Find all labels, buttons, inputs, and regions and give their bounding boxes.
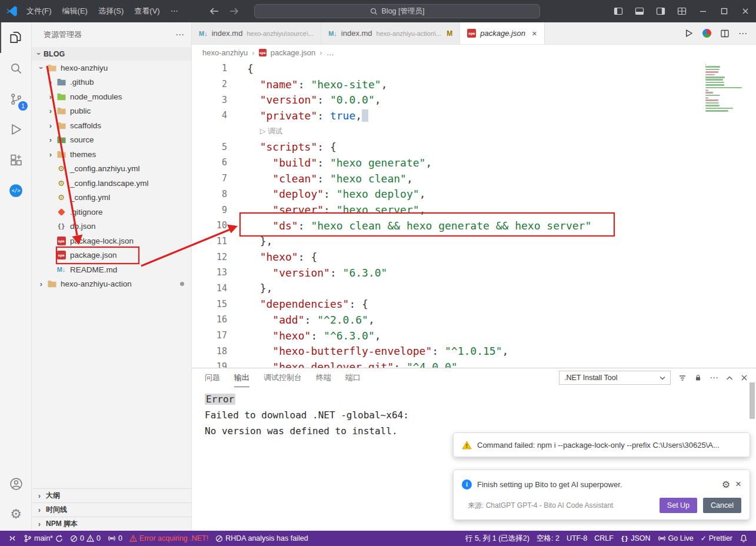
status-label: 0 [80, 534, 84, 542]
section-outline[interactable]: ›大纲 [32, 488, 191, 502]
tree-chevron-right-icon: › [46, 92, 55, 101]
breadcrumb-item[interactable]: … [327, 48, 334, 57]
section-timeline[interactable]: ›时间线 [32, 502, 191, 517]
dotnet-error[interactable]: Error acquiring .NET! [126, 531, 212, 546]
breadcrumb-item[interactable]: hexo-anzhiyu [202, 48, 248, 57]
cancel-button[interactable]: Cancel [703, 498, 741, 513]
panel-tab-output[interactable]: 输出 [234, 368, 249, 387]
tree-item-package-lock.json[interactable]: npmpackage-lock.json [32, 234, 191, 248]
notification-command-failed[interactable]: Command failed: npm i --package-lock-onl… [453, 432, 750, 457]
nav-back-icon[interactable] [209, 7, 219, 15]
editor-tab-index.md-1[interactable]: M↓index.mdhexo-anzhiyu-action\...M [321, 22, 460, 44]
prettier[interactable]: ✓Prettier [697, 531, 736, 546]
yml-icon: ⚙ [58, 193, 65, 202]
eol[interactable]: CRLF [591, 531, 617, 546]
go-live[interactable]: Go Live [654, 531, 697, 546]
maximize-button[interactable] [714, 0, 735, 22]
tree-item-source[interactable]: ›source [32, 133, 191, 148]
split-editor-icon[interactable] [720, 29, 730, 38]
ports[interactable]: 0 [104, 531, 126, 546]
minimap-line [705, 105, 720, 106]
maximize-panel-icon[interactable] [726, 375, 733, 381]
search-view-icon[interactable] [0, 53, 32, 84]
toggle-secondary-sidebar-icon[interactable] [650, 0, 671, 22]
nav-forward-icon[interactable] [229, 7, 239, 15]
tree-item-db.json[interactable]: {}db.json [32, 219, 191, 234]
encoding[interactable]: UTF-8 [563, 531, 591, 546]
tree-item-_config.anzhiyu.yml[interactable]: ⚙_config.anzhiyu.yml [32, 162, 191, 177]
set-up-button[interactable]: Set Up [660, 498, 697, 513]
menu-selection[interactable]: 选择(S) [93, 0, 129, 22]
git-branch[interactable]: main* [20, 531, 66, 546]
notifications-bell[interactable] [736, 531, 751, 546]
panel-more-actions-icon[interactable]: ⋯ [710, 372, 718, 383]
lock-scroll-icon[interactable] [694, 374, 702, 382]
panel-tab-ports[interactable]: 端口 [345, 368, 361, 387]
editor-tab-package.json-2[interactable]: npmpackage.json× [460, 22, 544, 44]
minimize-button[interactable] [692, 0, 714, 22]
language-mode[interactable]: {}JSON [617, 531, 654, 546]
editor-tab-index.md-0[interactable]: M↓index.mdhexo-anzhiyu\source\... [192, 22, 321, 44]
tree-item-themes[interactable]: ›themes [32, 147, 191, 162]
settings-gear-icon[interactable]: ⚙ [0, 499, 32, 530]
menu-edit[interactable]: 编辑(E) [57, 0, 93, 22]
tree-item-public[interactable]: ›public [32, 104, 191, 119]
editor-more-actions-icon[interactable]: ⋯ [738, 28, 747, 39]
tree-item-.github[interactable]: ›.github [32, 75, 191, 90]
run-debug-icon[interactable] [0, 114, 32, 145]
section-npm-scripts[interactable]: ›NPM 脚本 [32, 517, 191, 531]
toggle-sidebar-icon[interactable] [608, 0, 629, 22]
command-center-search[interactable]: Blog [管理员] [254, 4, 540, 18]
open-in-browser-icon[interactable] [702, 29, 711, 38]
account-icon[interactable] [0, 468, 32, 499]
tree-item-README.md[interactable]: M↓README.md [32, 262, 191, 277]
tree-item-hexo-anzhiyu-action[interactable]: ›hexo-anzhiyu-action [32, 277, 191, 292]
tree-item-.gitignore[interactable]: .gitignore [32, 205, 191, 219]
code-text: "private": true, [247, 109, 368, 122]
explorer-icon[interactable] [0, 22, 32, 53]
run-file-icon[interactable] [684, 28, 694, 38]
filter-output-icon[interactable] [678, 374, 687, 382]
codelens-debug-script[interactable]: ▷ 调试 [192, 124, 756, 139]
cursor-position[interactable]: 行 5, 列 1 (已选择2) [462, 531, 533, 546]
breadcrumb-item[interactable]: package.json [271, 48, 316, 57]
rhda-status[interactable]: RHDA analysis has failed [212, 531, 311, 546]
bito-chat-icon[interactable]: </> [0, 175, 32, 206]
tree-item-scaffolds[interactable]: ›scaffolds [32, 118, 191, 133]
panel-tab-terminal[interactable]: 终端 [316, 368, 331, 387]
customize-layout-icon[interactable] [671, 0, 692, 22]
status-label: 0 [118, 534, 122, 542]
toggle-panel-icon[interactable] [629, 0, 650, 22]
notification-bito[interactable]: i Finish setting up Bito to get AI super… [453, 470, 750, 520]
remote-indicator[interactable] [5, 531, 20, 546]
tree-item-_config.landscape.yml[interactable]: ⚙_config.landscape.yml [32, 176, 191, 191]
extensions-icon[interactable] [0, 145, 32, 175]
panel-scrollbar[interactable] [750, 382, 755, 419]
indentation[interactable]: 空格: 2 [533, 531, 563, 546]
output-channel-select[interactable]: .NET Install Tool [559, 371, 671, 385]
notification-settings-gear-icon[interactable]: ⚙ [722, 479, 730, 490]
tree-item-node_modules[interactable]: ›node_modules [32, 89, 191, 104]
problems[interactable]: 00 [66, 531, 104, 546]
workspace-root-blog[interactable]: › BLOG [32, 47, 191, 61]
tree-item-package.json[interactable]: npmpackage.json [32, 248, 191, 263]
tree-item-hexo-anzhiyu[interactable]: ›hexo-anzhiyu [32, 61, 191, 75]
minimap[interactable] [705, 64, 748, 112]
close-tab-icon[interactable]: × [532, 28, 537, 38]
sidebar-more-actions-icon[interactable]: ⋯ [175, 29, 184, 40]
remote-icon [8, 534, 16, 542]
close-window-button[interactable] [735, 0, 756, 22]
close-panel-icon[interactable] [741, 374, 748, 381]
tree-item-_config.yml[interactable]: ⚙_config.yml [32, 191, 191, 205]
breadcrumb[interactable]: hexo-anzhiyu › npm package.json › … [192, 45, 756, 61]
menu-more[interactable]: ⋯ [165, 0, 184, 22]
panel-tab-debug-console[interactable]: 调试控制台 [264, 368, 302, 387]
notification-close-icon[interactable]: × [735, 478, 741, 490]
code-editor[interactable]: 1{2 "name": "hexo-site",3 "version": "0.… [192, 61, 756, 390]
line-number: 3 [192, 95, 227, 105]
source-control-icon[interactable]: 1 [0, 84, 32, 114]
menu-view[interactable]: 查看(V) [129, 0, 165, 22]
minimap-line [705, 66, 720, 68]
menu-file[interactable]: 文件(F) [21, 0, 57, 22]
panel-tab-problems[interactable]: 问题 [205, 368, 220, 387]
